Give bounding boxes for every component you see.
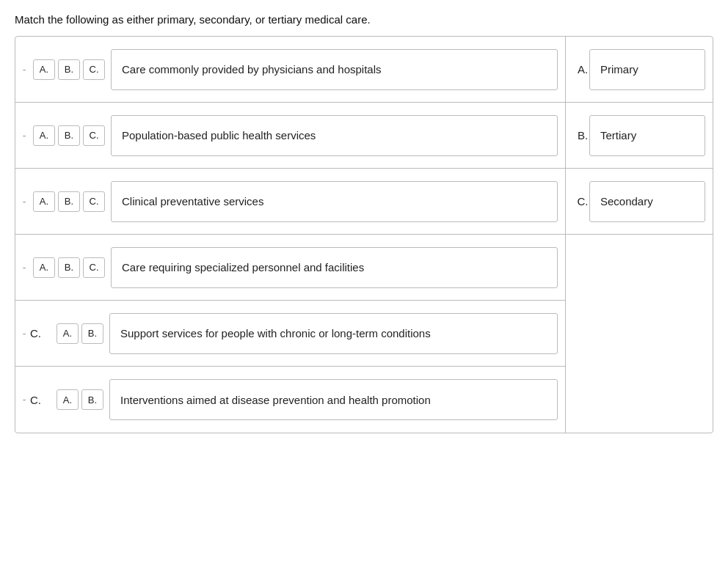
answer-row-c: C. Secondary: [566, 169, 713, 235]
answer-btn-b-4[interactable]: B.: [58, 257, 80, 278]
question-content-3: Clinical preventative services: [111, 181, 558, 222]
drag-handle-4: -: [15, 262, 27, 274]
answer-btn-c-3[interactable]: C.: [83, 191, 105, 212]
answer-btn-c-4[interactable]: C.: [83, 257, 105, 278]
answer-buttons-3: A. B. C.: [33, 191, 105, 212]
answer-btn-b-5[interactable]: B.: [81, 323, 103, 344]
answer-btn-a-3[interactable]: A.: [33, 191, 55, 212]
answer-btn-a-6[interactable]: A.: [57, 389, 79, 410]
answer-btn-c-1[interactable]: C.: [83, 59, 105, 80]
question-content-6: Interventions aimed at disease preventio…: [109, 379, 558, 420]
answer-btn-a-5[interactable]: A.: [57, 323, 79, 344]
question-row-5: - C. A. B. Support services for people w…: [15, 301, 565, 367]
drag-handle-2: -: [15, 130, 27, 142]
drag-handle-6: -: [15, 394, 27, 405]
question-text: Match the following as either primary, s…: [15, 13, 713, 26]
answer-row-empty-2: [566, 301, 713, 367]
question-content-4: Care requiring specialized personnel and…: [111, 247, 558, 288]
question-content-1: Care commonly provided by physicians and…: [111, 49, 558, 90]
answer-btn-a-4[interactable]: A.: [33, 257, 55, 278]
question-row-3: - A. B. C. Clinical preventative service…: [15, 169, 565, 235]
answer-btn-b-6[interactable]: B.: [81, 389, 103, 410]
drag-handle-1: -: [15, 64, 27, 76]
drag-handle-3: -: [15, 196, 27, 208]
answer-btn-a-2[interactable]: A.: [33, 125, 55, 146]
answer-content-a: Primary: [589, 49, 705, 90]
question-row-1: - A. B. C. Care commonly provided by phy…: [15, 37, 565, 103]
question-row-4: - A. B. C. Care requiring specialized pe…: [15, 235, 565, 301]
answer-row-empty-1: [566, 235, 713, 301]
answer-btn-c-2[interactable]: C.: [83, 125, 105, 146]
answer-row-a: A. Primary: [566, 37, 713, 103]
answer-buttons-1: A. B. C.: [33, 59, 105, 80]
question-content-2: Population-based public health services: [111, 115, 558, 156]
drag-handle-5: -: [15, 328, 27, 339]
matching-exercise: - A. B. C. Care commonly provided by phy…: [15, 36, 713, 433]
answer-label-a: A.: [566, 63, 589, 76]
question-row-6: - C. A. B. Interventions aimed at diseas…: [15, 367, 565, 433]
answer-btn-b-3[interactable]: B.: [58, 191, 80, 212]
answer-buttons-5: A. B.: [57, 323, 103, 344]
answer-btn-b-2[interactable]: B.: [58, 125, 80, 146]
selected-label-6: C.: [27, 394, 51, 406]
answer-btn-a-1[interactable]: A.: [33, 59, 55, 80]
answer-btn-b-1[interactable]: B.: [58, 59, 80, 80]
right-panel: A. Primary B. Tertiary C. Secondary: [566, 37, 713, 433]
answer-content-c: Secondary: [589, 181, 705, 222]
selected-label-5: C.: [27, 327, 51, 339]
left-panel: - A. B. C. Care commonly provided by phy…: [15, 37, 566, 433]
answer-label-b: B.: [566, 129, 589, 142]
answer-buttons-2: A. B. C.: [33, 125, 105, 146]
answer-row-empty-3: [566, 367, 713, 433]
answer-buttons-4: A. B. C.: [33, 257, 105, 278]
question-row-2: - A. B. C. Population-based public healt…: [15, 103, 565, 169]
answer-buttons-6: A. B.: [57, 389, 103, 410]
question-content-5: Support services for people with chronic…: [109, 313, 558, 354]
answer-content-b: Tertiary: [589, 115, 705, 156]
answer-row-b: B. Tertiary: [566, 103, 713, 169]
answer-label-c: C.: [566, 195, 589, 208]
